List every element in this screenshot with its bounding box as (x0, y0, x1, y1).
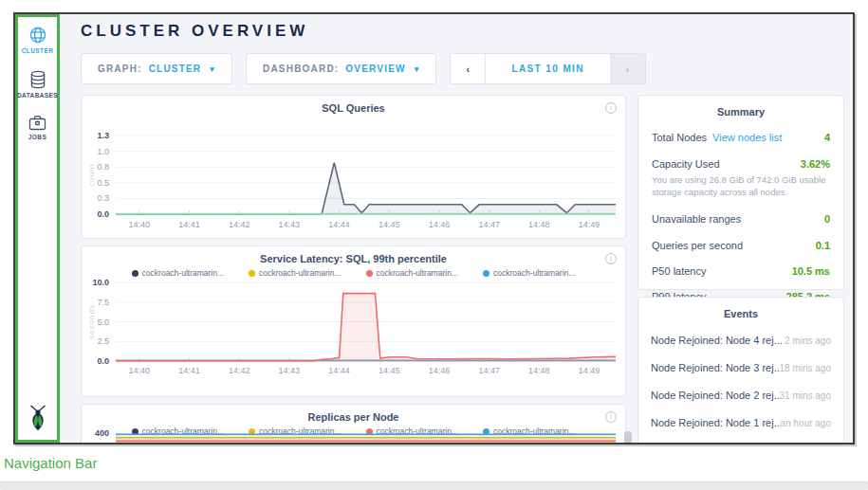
annotation-navigation-bar: Navigation Bar (4, 455, 97, 471)
event-label: Node Rejoined: Node 3 rej... (651, 362, 780, 373)
graph-label: GRAPH: (98, 64, 142, 74)
svg-text:1.3: 1.3 (97, 131, 109, 140)
dashboard-controls: GRAPH: CLUSTER DASHBOARD: OVERVIEW ‹ LAS… (81, 53, 646, 84)
svg-text:14:47: 14:47 (478, 220, 500, 229)
app-window: CLUSTER DATABASES JOBS (13, 12, 855, 445)
sidebar-item-cluster[interactable]: CLUSTER (22, 26, 54, 54)
svg-text:14:49: 14:49 (579, 220, 600, 229)
svg-text:14:41: 14:41 (178, 220, 200, 229)
event-row[interactable]: Node Rejoined: Node 2 rej... 31 mins ago (638, 390, 843, 401)
svg-text:14:46: 14:46 (429, 366, 451, 375)
svg-text:14:44: 14:44 (328, 220, 350, 229)
svg-text:7.5: 7.5 (97, 298, 109, 307)
dashboard-value: OVERVIEW (345, 64, 405, 74)
event-time: 2 mins ago (785, 336, 831, 346)
sql-queries-plot: 1.31.00.80.50.30.014:4014:4114:4214:4314… (82, 96, 625, 238)
svg-text:0.0: 0.0 (97, 209, 109, 219)
scrollbar-thumb[interactable] (624, 431, 632, 445)
svg-text:14:40: 14:40 (129, 366, 151, 375)
summary-row-unavailable-ranges: Unavailable ranges 0 (638, 213, 843, 225)
summary-panel: Summary Total NodesView nodes list 4 Cap… (637, 95, 844, 290)
event-row[interactable]: Node Rejoined: Node 3 rej... 18 mins ago (638, 362, 843, 373)
screenshot-page: CLUSTER DATABASES JOBS (0, 0, 868, 490)
summary-label: P50 latency (652, 265, 706, 277)
summary-title: Summary (638, 106, 843, 118)
event-label: Node Rejoined: Node 2 rej... (651, 390, 780, 401)
events-panel: Events Node Rejoined: Node 4 rej... 2 mi… (637, 297, 844, 445)
event-row[interactable]: Node Rejoined: Node 1 rej... an hour ago (638, 417, 843, 428)
svg-text:0.3: 0.3 (97, 193, 109, 203)
summary-row-total-nodes: Total NodesView nodes list 4 (638, 132, 843, 143)
chevron-down-icon (210, 64, 215, 74)
graph-selector[interactable]: GRAPH: CLUSTER (81, 53, 232, 84)
svg-text:14:45: 14:45 (379, 366, 400, 375)
page-title: CLUSTER OVERVIEW (81, 22, 308, 41)
svg-text:14:42: 14:42 (229, 220, 250, 229)
chart-card-service-latency: Service Latency: SQL, 99th percentile co… (81, 245, 626, 397)
service-latency-plot: 10.07.55.02.50.014:4014:4114:4214:4314:4… (82, 246, 625, 396)
sidebar-item-label: JOBS (28, 134, 46, 140)
event-label: Node Rejoined: Node 1 rej... (651, 417, 781, 428)
summary-row-p50-latency: P50 latency 10.5 ms (638, 265, 843, 277)
capacity-note: You are using 26.8 GiB of 742.0 GiB usab… (638, 173, 843, 199)
view-nodes-list-link[interactable]: View nodes list (712, 132, 782, 143)
svg-text:400: 400 (95, 428, 109, 438)
summary-label: Unavailable ranges (652, 213, 741, 225)
time-prev-button[interactable]: ‹ (451, 54, 486, 83)
svg-text:1.0: 1.0 (97, 147, 109, 156)
event-time: 18 mins ago (780, 363, 831, 373)
time-next-button[interactable]: › (610, 54, 645, 83)
sidebar-item-jobs[interactable]: JOBS (28, 115, 46, 140)
briefcase-icon (28, 115, 46, 131)
time-range-selector: ‹ LAST 10 MIN › (450, 53, 646, 84)
sidebar-item-databases[interactable]: DATABASES (17, 70, 58, 99)
svg-text:14:46: 14:46 (429, 220, 451, 229)
summary-value: 3.62% (801, 158, 830, 170)
chevron-down-icon (415, 64, 420, 74)
svg-text:14:48: 14:48 (528, 220, 550, 229)
chart-card-sql-queries: SQL Queries 1.31.00.80.50.30.014:4014:41… (81, 95, 626, 239)
summary-label: Queries per second (652, 240, 743, 251)
summary-label: Total Nodes (652, 132, 707, 143)
summary-value: 0.1 (816, 240, 830, 251)
svg-text:10.0: 10.0 (92, 278, 109, 287)
events-title: Events (638, 308, 843, 319)
svg-text:0.5: 0.5 (97, 178, 109, 188)
svg-text:5.0: 5.0 (97, 318, 109, 327)
svg-text:14:44: 14:44 (328, 366, 350, 375)
summary-value: 0 (824, 213, 830, 225)
svg-text:2.5: 2.5 (97, 336, 109, 346)
svg-text:14:41: 14:41 (178, 366, 200, 375)
summary-label: Capacity Used (652, 158, 720, 170)
svg-text:14:40: 14:40 (129, 220, 151, 229)
dashboard-label: DASHBOARD: (263, 64, 339, 74)
database-icon (29, 70, 46, 89)
svg-text:14:48: 14:48 (528, 366, 550, 375)
event-time: an hour ago (781, 418, 831, 428)
summary-value: 10.5 ms (792, 265, 830, 277)
summary-row-capacity-used: Capacity Used 3.62% (638, 158, 843, 170)
svg-text:14:43: 14:43 (279, 366, 301, 375)
main-content: CLUSTER OVERVIEW GRAPH: CLUSTER DASHBOAR… (60, 14, 853, 443)
time-range-label[interactable]: LAST 10 MIN (486, 54, 610, 83)
svg-text:seconds: seconds (87, 304, 96, 339)
sidebar-item-label: DATABASES (17, 92, 58, 99)
graph-value: CLUSTER (149, 64, 202, 74)
svg-text:14:47: 14:47 (478, 366, 500, 375)
replicas-per-node-plot: 400 (82, 405, 625, 445)
summary-value: 4 (824, 132, 830, 143)
globe-icon (28, 26, 47, 45)
summary-row-queries-per-second: Queries per second 0.1 (638, 240, 843, 251)
bottom-divider-bar (0, 481, 868, 490)
svg-text:14:42: 14:42 (229, 366, 250, 375)
svg-text:14:49: 14:49 (579, 366, 600, 375)
cockroachdb-logo[interactable] (26, 405, 49, 435)
event-row[interactable]: Node Rejoined: Node 4 rej... 2 mins ago (638, 335, 843, 346)
dashboard-selector[interactable]: DASHBOARD: OVERVIEW (246, 53, 436, 84)
event-label: Node Rejoined: Node 4 rej... (651, 335, 783, 346)
svg-text:14:43: 14:43 (279, 220, 301, 229)
svg-text:14:45: 14:45 (379, 220, 400, 229)
navigation-bar: CLUSTER DATABASES JOBS (15, 14, 60, 443)
svg-text:0.0: 0.0 (97, 356, 109, 366)
svg-text:0.8: 0.8 (97, 162, 109, 172)
